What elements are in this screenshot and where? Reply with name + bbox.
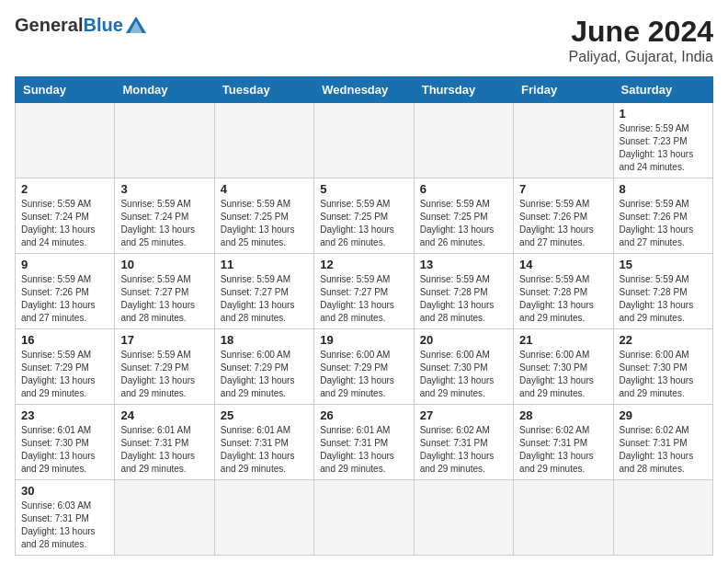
day-number: 10 (120, 258, 208, 271)
week-row-5: 23Sunrise: 6:01 AM Sunset: 7:30 PM Dayli… (16, 405, 713, 480)
calendar-cell (115, 103, 214, 178)
title-block: June 2024 Paliyad, Gujarat, India (569, 15, 713, 65)
calendar-cell: 29Sunrise: 6:02 AM Sunset: 7:31 PM Dayli… (613, 405, 712, 480)
day-number: 16 (21, 333, 108, 347)
day-number: 3 (120, 182, 208, 196)
logo-general: General (15, 15, 83, 36)
day-number: 25 (221, 408, 308, 422)
day-number: 1 (620, 107, 707, 121)
calendar-cell: 15Sunrise: 5:59 AM Sunset: 7:28 PM Dayli… (613, 254, 712, 329)
week-row-4: 16Sunrise: 5:59 AM Sunset: 7:29 PM Dayli… (16, 329, 713, 405)
month-year-title: June 2024 (569, 15, 713, 49)
weekday-header-tuesday: Tuesday (214, 77, 313, 103)
day-number: 13 (420, 258, 507, 271)
day-info: Sunrise: 6:02 AM Sunset: 7:31 PM Dayligh… (420, 424, 507, 476)
calendar-cell (16, 103, 115, 178)
calendar-cell: 7Sunrise: 5:59 AM Sunset: 7:26 PM Daylig… (514, 178, 613, 254)
calendar-cell: 17Sunrise: 5:59 AM Sunset: 7:29 PM Dayli… (115, 329, 214, 405)
calendar-cell: 26Sunrise: 6:01 AM Sunset: 7:31 PM Dayli… (314, 405, 414, 480)
day-number: 12 (320, 258, 407, 271)
day-info: Sunrise: 5:59 AM Sunset: 7:25 PM Dayligh… (420, 198, 507, 249)
day-number: 24 (120, 408, 208, 422)
calendar-cell (314, 480, 414, 556)
day-number: 22 (620, 333, 707, 347)
day-info: Sunrise: 5:59 AM Sunset: 7:24 PM Dayligh… (120, 198, 208, 249)
day-info: Sunrise: 5:59 AM Sunset: 7:29 PM Dayligh… (120, 349, 208, 400)
day-info: Sunrise: 6:00 AM Sunset: 7:29 PM Dayligh… (221, 349, 308, 400)
calendar-cell: 1Sunrise: 5:59 AM Sunset: 7:23 PM Daylig… (613, 103, 712, 178)
day-number: 14 (519, 258, 607, 271)
calendar-cell: 23Sunrise: 6:01 AM Sunset: 7:30 PM Dayli… (16, 405, 115, 480)
calendar-cell (514, 480, 613, 556)
calendar-table: SundayMondayTuesdayWednesdayThursdayFrid… (15, 76, 713, 556)
calendar-cell (514, 103, 613, 178)
day-number: 9 (21, 258, 108, 271)
day-number: 7 (519, 182, 607, 196)
day-info: Sunrise: 5:59 AM Sunset: 7:28 PM Dayligh… (620, 273, 707, 325)
day-info: Sunrise: 5:59 AM Sunset: 7:27 PM Dayligh… (221, 273, 308, 325)
day-info: Sunrise: 6:03 AM Sunset: 7:31 PM Dayligh… (21, 500, 108, 551)
weekday-header-friday: Friday (514, 77, 613, 103)
calendar-cell: 30Sunrise: 6:03 AM Sunset: 7:31 PM Dayli… (16, 480, 115, 556)
day-number: 27 (420, 408, 507, 422)
day-info: Sunrise: 6:01 AM Sunset: 7:31 PM Dayligh… (120, 424, 208, 476)
weekday-header-row: SundayMondayTuesdayWednesdayThursdayFrid… (16, 77, 713, 103)
day-info: Sunrise: 6:00 AM Sunset: 7:30 PM Dayligh… (420, 349, 507, 400)
day-info: Sunrise: 6:01 AM Sunset: 7:30 PM Dayligh… (21, 424, 108, 476)
day-number: 2 (21, 182, 108, 196)
calendar-header: General Blue June 2024 Paliyad, Gujarat,… (15, 15, 713, 65)
day-info: Sunrise: 6:00 AM Sunset: 7:29 PM Dayligh… (320, 349, 407, 400)
weekday-header-saturday: Saturday (613, 77, 712, 103)
day-info: Sunrise: 5:59 AM Sunset: 7:27 PM Dayligh… (120, 273, 208, 325)
day-info: Sunrise: 5:59 AM Sunset: 7:25 PM Dayligh… (221, 198, 308, 249)
calendar-cell: 9Sunrise: 5:59 AM Sunset: 7:26 PM Daylig… (16, 254, 115, 329)
calendar-cell: 4Sunrise: 5:59 AM Sunset: 7:25 PM Daylig… (214, 178, 313, 254)
calendar-cell: 20Sunrise: 6:00 AM Sunset: 7:30 PM Dayli… (414, 329, 513, 405)
calendar-cell: 12Sunrise: 5:59 AM Sunset: 7:27 PM Dayli… (314, 254, 414, 329)
calendar-cell: 6Sunrise: 5:59 AM Sunset: 7:25 PM Daylig… (414, 178, 513, 254)
day-number: 29 (620, 408, 707, 422)
logo-icon (126, 15, 146, 35)
location-subtitle: Paliyad, Gujarat, India (569, 49, 713, 65)
day-number: 19 (320, 333, 407, 347)
day-number: 8 (620, 182, 707, 196)
day-number: 5 (320, 182, 407, 196)
calendar-cell (214, 103, 313, 178)
day-number: 20 (420, 333, 507, 347)
weekday-header-wednesday: Wednesday (314, 77, 414, 103)
calendar-cell: 28Sunrise: 6:02 AM Sunset: 7:31 PM Dayli… (514, 405, 613, 480)
calendar-cell (314, 103, 414, 178)
calendar-cell: 24Sunrise: 6:01 AM Sunset: 7:31 PM Dayli… (115, 405, 214, 480)
calendar-cell: 21Sunrise: 6:00 AM Sunset: 7:30 PM Dayli… (514, 329, 613, 405)
day-info: Sunrise: 5:59 AM Sunset: 7:29 PM Dayligh… (21, 349, 108, 400)
calendar-cell: 11Sunrise: 5:59 AM Sunset: 7:27 PM Dayli… (214, 254, 313, 329)
calendar-cell (214, 480, 313, 556)
weekday-header-sunday: Sunday (16, 77, 115, 103)
day-info: Sunrise: 6:00 AM Sunset: 7:30 PM Dayligh… (620, 349, 707, 400)
calendar-cell: 19Sunrise: 6:00 AM Sunset: 7:29 PM Dayli… (314, 329, 414, 405)
day-info: Sunrise: 6:02 AM Sunset: 7:31 PM Dayligh… (519, 424, 607, 476)
day-info: Sunrise: 5:59 AM Sunset: 7:28 PM Dayligh… (519, 273, 607, 325)
calendar-cell: 8Sunrise: 5:59 AM Sunset: 7:26 PM Daylig… (613, 178, 712, 254)
day-info: Sunrise: 5:59 AM Sunset: 7:24 PM Dayligh… (21, 198, 108, 249)
calendar-cell: 27Sunrise: 6:02 AM Sunset: 7:31 PM Dayli… (414, 405, 513, 480)
day-info: Sunrise: 6:01 AM Sunset: 7:31 PM Dayligh… (221, 424, 308, 476)
day-info: Sunrise: 6:01 AM Sunset: 7:31 PM Dayligh… (320, 424, 407, 476)
weekday-header-thursday: Thursday (414, 77, 513, 103)
day-info: Sunrise: 5:59 AM Sunset: 7:23 PM Dayligh… (620, 122, 707, 174)
day-number: 23 (21, 408, 108, 422)
day-info: Sunrise: 6:00 AM Sunset: 7:30 PM Dayligh… (519, 349, 607, 400)
calendar-cell: 2Sunrise: 5:59 AM Sunset: 7:24 PM Daylig… (16, 178, 115, 254)
week-row-2: 2Sunrise: 5:59 AM Sunset: 7:24 PM Daylig… (16, 178, 713, 254)
weekday-header-monday: Monday (115, 77, 214, 103)
calendar-cell (613, 480, 712, 556)
day-number: 4 (221, 182, 308, 196)
day-info: Sunrise: 5:59 AM Sunset: 7:25 PM Dayligh… (320, 198, 407, 249)
week-row-1: 1Sunrise: 5:59 AM Sunset: 7:23 PM Daylig… (16, 103, 713, 178)
day-info: Sunrise: 5:59 AM Sunset: 7:26 PM Dayligh… (21, 273, 108, 325)
day-number: 11 (221, 258, 308, 271)
week-row-3: 9Sunrise: 5:59 AM Sunset: 7:26 PM Daylig… (16, 254, 713, 329)
day-info: Sunrise: 6:02 AM Sunset: 7:31 PM Dayligh… (620, 424, 707, 476)
calendar-cell (414, 480, 513, 556)
day-info: Sunrise: 5:59 AM Sunset: 7:26 PM Dayligh… (519, 198, 607, 249)
